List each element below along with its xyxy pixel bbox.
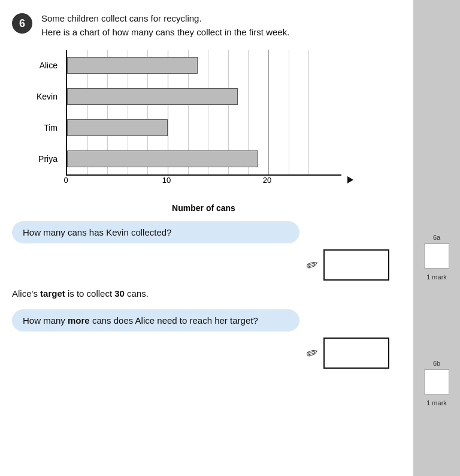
alice-bold-target: target [40,288,65,299]
question-a-box: How many cans has Kevin collected? [12,221,299,243]
x-label-10: 10 [162,176,171,185]
question-label-a: 6a [433,234,440,241]
bar-label-priya: Priya [26,154,62,164]
question-intro: Some children collect cans for recycling… [41,12,289,39]
answer-row-b: ✏ [12,338,395,369]
question-b-text2: cans does Alice need to reach her target… [90,315,258,326]
x-label-20: 20 [263,176,271,185]
mark-section-a: 6a 1 mark [424,234,449,282]
bar-row-priya: Priya [67,143,341,174]
intro-line2: Here is a chart of how many cans they co… [41,27,247,37]
intro-line1: Some children collect cans for recycling… [41,13,202,23]
bar-label-kevin: Kevin [26,92,62,101]
bar-label-tim: Tim [26,123,62,132]
question-b-box: How many more cans does Alice need to re… [12,309,299,332]
alice-text2: is to collect [65,288,115,299]
sidebar: 6a 1 mark 6b 1 mark [413,0,460,476]
intro-line3: first week. [249,27,290,37]
pencil-icon-b: ✏ [304,343,321,363]
mark-box-b [424,369,449,394]
answer-box-a[interactable] [323,249,389,281]
x-axis-title: Number of cans [66,203,341,213]
main-content: 6 Some children collect cans for recycli… [0,0,413,476]
question-number: 6 [12,13,32,34]
bar-kevin [67,88,238,105]
alice-target-statement: Alice's target is to collect 30 cans. [12,287,395,301]
bar-row-tim: Tim [67,112,341,143]
mark-text-b: 1 mark [426,399,447,406]
bar-tim [67,119,168,136]
alice-num: 30 [114,288,125,299]
bar-label-alice: Alice [26,61,62,70]
alice-text1: Alice's [12,288,40,299]
question-b-text1: How many [23,315,68,326]
bar-alice [67,57,198,74]
answer-box-b[interactable] [323,338,389,369]
question-a-text: How many cans has Kevin collected? [23,227,171,237]
answer-row-a: ✏ [12,249,395,281]
question-label-b: 6b [433,360,440,367]
question-b-bold: more [68,315,90,326]
x-label-0: 0 [63,176,68,185]
bar-chart: Alice Kevin Tim Priya [30,50,341,213]
alice-text3: cans. [125,288,149,299]
bar-priya [67,150,258,167]
mark-text-a: 1 mark [426,273,447,281]
pencil-icon-a: ✏ [304,255,321,275]
question-header: 6 Some children collect cans for recycli… [12,12,395,39]
bar-row-alice: Alice [67,50,341,81]
mark-box-a [424,243,449,269]
mark-section-b: 6b 1 mark [424,360,449,408]
bar-row-kevin: Kevin [67,81,341,112]
